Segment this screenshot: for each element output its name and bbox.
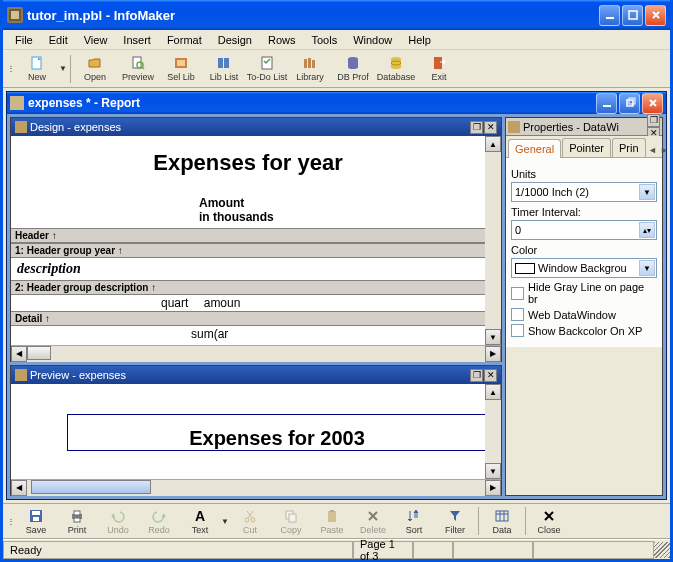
close-button[interactable]: [645, 5, 666, 26]
backcolor-xp-checkbox[interactable]: Show Backcolor On XP: [511, 324, 657, 337]
scroll-down-icon[interactable]: ▼: [485, 463, 501, 479]
data-button[interactable]: Data: [482, 504, 522, 538]
color-label: Color: [511, 244, 657, 256]
preview-button[interactable]: Preview: [117, 52, 159, 86]
description-field[interactable]: description: [11, 258, 485, 280]
properties-max[interactable]: ❐: [647, 114, 660, 127]
undo-button[interactable]: Undo: [98, 504, 138, 538]
delete-button[interactable]: Delete: [353, 504, 393, 538]
hide-gray-checkbox[interactable]: Hide Gray Line on page br: [511, 281, 657, 305]
scroll-down-icon[interactable]: ▼: [485, 329, 501, 345]
tab-print[interactable]: Prin: [612, 138, 646, 157]
preview-panel-icon: [15, 369, 27, 381]
band-group-year[interactable]: 1: Header group year ↑: [11, 243, 485, 258]
text-label: Text: [192, 525, 209, 535]
detail-row[interactable]: quart amoun: [11, 295, 485, 311]
scroll-up-icon[interactable]: ▲: [485, 136, 501, 152]
menu-help[interactable]: Help: [400, 32, 439, 48]
database-button[interactable]: Database: [375, 52, 417, 86]
report-title: expenses * - Report: [28, 96, 596, 110]
redo-button[interactable]: Redo: [139, 504, 179, 538]
menu-view[interactable]: View: [76, 32, 116, 48]
print-button[interactable]: Print: [57, 504, 97, 538]
tab-pointer[interactable]: Pointer: [562, 138, 611, 157]
menu-file[interactable]: File: [7, 32, 41, 48]
resize-grip[interactable]: [654, 542, 670, 558]
save-label: Save: [26, 525, 47, 535]
lib-list-button[interactable]: Lib List: [203, 52, 245, 86]
report-minimize-button[interactable]: [596, 93, 617, 114]
scroll-right-icon[interactable]: ▶: [485, 346, 501, 362]
data-label: Data: [492, 525, 511, 535]
quarter-field[interactable]: quart: [161, 296, 188, 310]
text-button[interactable]: AText: [180, 504, 220, 538]
report-titlebar: expenses * - Report: [7, 92, 666, 114]
menu-rows[interactable]: Rows: [260, 32, 304, 48]
minimize-button[interactable]: [599, 5, 620, 26]
design-panel-close[interactable]: ✕: [484, 121, 497, 134]
sel-lib-button[interactable]: Sel Lib: [160, 52, 202, 86]
preview-panel-close[interactable]: ✕: [484, 369, 497, 382]
tab-scroll-left-icon[interactable]: ◄: [647, 143, 659, 157]
open-button[interactable]: Open: [74, 52, 116, 86]
menu-format[interactable]: Format: [159, 32, 210, 48]
design-report-title[interactable]: Expenses for year: [11, 136, 485, 184]
scroll-thumb[interactable]: [31, 480, 151, 494]
exit-button[interactable]: Exit: [418, 52, 460, 86]
band-header[interactable]: Header ↑: [11, 228, 485, 243]
dropdown-icon[interactable]: ▼: [59, 64, 67, 73]
scroll-thumb[interactable]: [27, 346, 51, 360]
design-vscroll[interactable]: ▲ ▼: [485, 136, 501, 345]
amount-header[interactable]: Amount in thousands: [11, 184, 485, 228]
design-panel: Design - expenses ❐ ✕ Expenses for year …: [10, 117, 502, 362]
window-title: tutor_im.pbl - InfoMaker: [27, 8, 599, 23]
band-group-description[interactable]: 2: Header group description ↑: [11, 280, 485, 295]
toolbar-grip[interactable]: ⋮: [7, 64, 15, 73]
maximize-button[interactable]: [622, 5, 643, 26]
units-select[interactable]: 1/1000 Inch (2) ▼: [511, 182, 657, 202]
preview-canvas[interactable]: Expenses for 2003: [11, 384, 485, 479]
design-canvas[interactable]: Expenses for year Amount in thousands He…: [11, 136, 485, 345]
design-panel-max[interactable]: ❐: [470, 121, 483, 134]
scroll-up-icon[interactable]: ▲: [485, 384, 501, 400]
report-close-button[interactable]: [642, 93, 663, 114]
todo-list-button[interactable]: To-Do List: [246, 52, 288, 86]
menu-tools[interactable]: Tools: [303, 32, 345, 48]
band-detail[interactable]: Detail ↑: [11, 311, 485, 326]
menu-window[interactable]: Window: [345, 32, 400, 48]
web-dw-checkbox[interactable]: Web DataWindow: [511, 308, 657, 321]
sum-field[interactable]: sum(ar: [11, 326, 485, 342]
timer-input[interactable]: 0 ▴▾: [511, 220, 657, 240]
library-button[interactable]: Library: [289, 52, 331, 86]
copy-button[interactable]: Copy: [271, 504, 311, 538]
report-restore-button[interactable]: [619, 93, 640, 114]
scroll-left-icon[interactable]: ◀: [11, 346, 27, 362]
sort-button[interactable]: Sort: [394, 504, 434, 538]
tab-general[interactable]: General: [508, 139, 561, 158]
preview-page: Expenses for 2003: [67, 414, 485, 451]
svg-rect-27: [74, 511, 80, 515]
db-prof-button[interactable]: DB Prof: [332, 52, 374, 86]
new-button[interactable]: New: [16, 52, 58, 86]
preview-panel-max[interactable]: ❐: [470, 369, 483, 382]
menu-edit[interactable]: Edit: [41, 32, 76, 48]
preview-vscroll[interactable]: ▲ ▼: [485, 384, 501, 479]
amount-field[interactable]: amoun: [204, 296, 241, 310]
close-button[interactable]: Close: [529, 504, 569, 538]
dropdown-icon[interactable]: ▼: [221, 517, 229, 526]
filter-button[interactable]: Filter: [435, 504, 475, 538]
menu-insert[interactable]: Insert: [115, 32, 159, 48]
preview-hscroll[interactable]: ◀ ▶: [11, 479, 501, 495]
toolbar-grip[interactable]: ⋮: [7, 517, 15, 526]
paste-button[interactable]: Paste: [312, 504, 352, 538]
color-select[interactable]: Window Backgrou ▼: [511, 258, 657, 278]
scroll-right-icon[interactable]: ▶: [485, 480, 501, 496]
scroll-left-icon[interactable]: ◀: [11, 480, 27, 496]
cut-button[interactable]: Cut: [230, 504, 270, 538]
save-button[interactable]: Save: [16, 504, 56, 538]
design-hscroll[interactable]: ◀ ▶: [11, 345, 501, 361]
menu-design[interactable]: Design: [210, 32, 260, 48]
tab-scroll-right-icon[interactable]: ►: [659, 143, 671, 157]
svg-rect-36: [496, 511, 508, 521]
svg-rect-19: [434, 57, 442, 69]
